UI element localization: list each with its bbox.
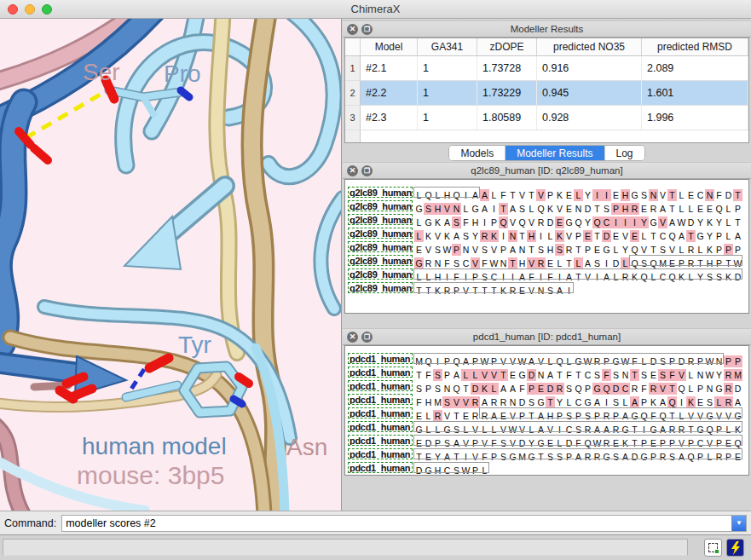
sequence-letters[interactable]: LQLHQIAALFTVTVPKELYIIEHGSNVTLECNFDT xyxy=(414,187,742,199)
residue-cell[interactable]: P xyxy=(667,437,677,449)
sequence-letters[interactable]: TEYATIVFPSGMGTSSPARRGSADGPRSAQPLRPE xyxy=(414,448,742,460)
residue-cell[interactable]: D xyxy=(424,437,433,449)
residue-cell[interactable]: E xyxy=(649,369,658,381)
residue-cell[interactable]: L xyxy=(527,203,536,215)
residue-cell[interactable]: H xyxy=(433,203,442,215)
residue-cell[interactable]: H xyxy=(546,244,555,256)
residue-cell[interactable]: A xyxy=(658,396,667,408)
residue-cell[interactable]: F xyxy=(499,189,508,201)
residue-cell[interactable]: V xyxy=(471,244,480,256)
residue-cell[interactable]: P xyxy=(724,451,733,463)
residue-cell[interactable]: P xyxy=(442,355,452,367)
residue-cell[interactable]: E xyxy=(630,230,639,242)
residue-cell[interactable]: S xyxy=(555,451,564,463)
residue-cell[interactable]: H xyxy=(527,230,536,242)
residue-cell[interactable]: V xyxy=(433,230,442,242)
command-history-dropdown[interactable]: ▼ xyxy=(731,516,746,531)
sequence-row-label[interactable]: q2lc89_human xyxy=(348,228,413,239)
residue-cell[interactable]: P xyxy=(733,203,742,215)
residue-cell[interactable]: R xyxy=(536,216,546,228)
residue-cell[interactable]: C xyxy=(658,230,667,242)
residue-cell[interactable]: T xyxy=(724,257,733,269)
residue-cell[interactable]: P xyxy=(639,437,649,449)
residue-cell[interactable]: Y xyxy=(714,216,724,228)
residue-cell[interactable]: W xyxy=(705,369,714,381)
residue-cell[interactable]: Q xyxy=(667,396,677,408)
residue-cell[interactable]: F xyxy=(424,369,433,381)
residue-cell[interactable]: A xyxy=(471,189,480,201)
residue-cell[interactable]: V xyxy=(489,369,499,381)
residue-cell[interactable]: G xyxy=(649,424,658,436)
residue-cell[interactable]: L xyxy=(555,437,564,449)
residue-cell[interactable]: K xyxy=(499,285,508,297)
residue-cell[interactable]: I xyxy=(489,203,499,215)
residue-cell[interactable]: T xyxy=(686,230,696,242)
residue-cell[interactable]: L xyxy=(677,203,686,215)
residue-cell[interactable]: A xyxy=(517,271,527,283)
residue-cell[interactable]: G xyxy=(705,410,714,422)
residue-cell[interactable]: A xyxy=(677,230,686,242)
residue-cell[interactable]: G xyxy=(592,383,602,395)
minimize-window-button[interactable] xyxy=(25,4,35,14)
residue-cell[interactable]: T xyxy=(592,230,602,242)
residue-cell[interactable]: E xyxy=(499,410,508,422)
selection-mode-button[interactable] xyxy=(704,539,722,557)
sequence-letters[interactable]: LKVKASYRKINTHILKVPETDEVELTCQATGYPLA xyxy=(414,228,742,240)
sequence-letters[interactable]: ELRVTERRAEVPTAHPSPSPRPAGQFQTLVVGVVG xyxy=(414,407,742,419)
residue-cell[interactable]: V xyxy=(583,271,592,283)
residue-cell[interactable]: L xyxy=(724,203,733,215)
residue-cell[interactable]: L xyxy=(705,451,714,463)
residue-cell[interactable]: V xyxy=(508,437,517,449)
residue-cell[interactable]: L xyxy=(480,424,489,436)
residue-cell[interactable]: P xyxy=(574,410,583,422)
residue-cell[interactable]: V xyxy=(564,230,574,242)
residue-cell[interactable]: T xyxy=(480,285,489,297)
residue-cell[interactable]: W xyxy=(517,355,527,367)
fast-mode-button[interactable] xyxy=(726,539,744,557)
residue-cell[interactable]: F xyxy=(714,189,724,201)
column-header[interactable]: predicted RMSD xyxy=(642,38,748,55)
residue-cell[interactable]: P xyxy=(574,230,583,242)
sequence-row-label[interactable]: q2lc89_human xyxy=(348,200,413,211)
residue-cell[interactable]: L xyxy=(461,369,471,381)
residue-cell[interactable]: N xyxy=(442,383,452,395)
residue-cell[interactable]: C xyxy=(658,271,667,283)
sequence-letters[interactable]: FHMSVVRARRNDSGTYLCGAISLAPKAQIKESLRA xyxy=(414,394,742,406)
column-header[interactable]: GA341 xyxy=(418,38,477,55)
residue-cell[interactable]: T xyxy=(546,396,555,408)
close-icon[interactable]: ✕ xyxy=(347,24,358,35)
residue-cell[interactable]: Q xyxy=(705,424,714,436)
residue-cell[interactable]: V xyxy=(714,410,724,422)
residue-cell[interactable]: T xyxy=(414,369,424,381)
residue-cell[interactable]: H xyxy=(546,410,555,422)
residue-cell[interactable]: R xyxy=(686,257,696,269)
residue-cell[interactable]: Y xyxy=(705,230,714,242)
residue-cell[interactable]: L xyxy=(564,396,574,408)
residue-cell[interactable]: S xyxy=(611,451,621,463)
residue-cell[interactable]: P xyxy=(696,355,705,367)
residue-cell[interactable]: A xyxy=(536,410,546,422)
residue-cell[interactable]: E xyxy=(696,203,705,215)
residue-cell[interactable]: P xyxy=(592,410,602,422)
sequence-row-label[interactable]: pdcd1_human xyxy=(348,380,413,391)
residue-cell[interactable]: D xyxy=(602,230,611,242)
residue-cell[interactable]: A xyxy=(592,396,602,408)
residue-cell[interactable]: S xyxy=(546,285,555,297)
residue-cell[interactable]: S xyxy=(452,465,461,476)
residue-cell[interactable]: A xyxy=(602,271,611,283)
residue-cell[interactable]: T xyxy=(696,257,705,269)
residue-cell[interactable]: G xyxy=(414,257,424,269)
sequence-row-label[interactable]: pdcd1_human xyxy=(348,394,413,405)
residue-cell[interactable]: V xyxy=(517,189,527,201)
residue-cell[interactable]: T xyxy=(517,230,527,242)
residue-cell[interactable]: C xyxy=(489,271,499,283)
table-cell[interactable]: 1.73229 xyxy=(477,81,537,105)
residue-cell[interactable]: G xyxy=(424,216,433,228)
residue-cell[interactable]: S xyxy=(480,244,489,256)
residue-cell[interactable]: R xyxy=(555,383,564,395)
residue-cell[interactable]: L xyxy=(686,271,696,283)
sequence-letters[interactable]: GRNFSCVFWNTHVRELTLASIDLQSQMEPRTHPTW xyxy=(414,255,742,267)
residue-cell[interactable]: R xyxy=(602,437,611,449)
residue-cell[interactable]: I xyxy=(602,396,611,408)
residue-cell[interactable]: T xyxy=(630,424,639,436)
